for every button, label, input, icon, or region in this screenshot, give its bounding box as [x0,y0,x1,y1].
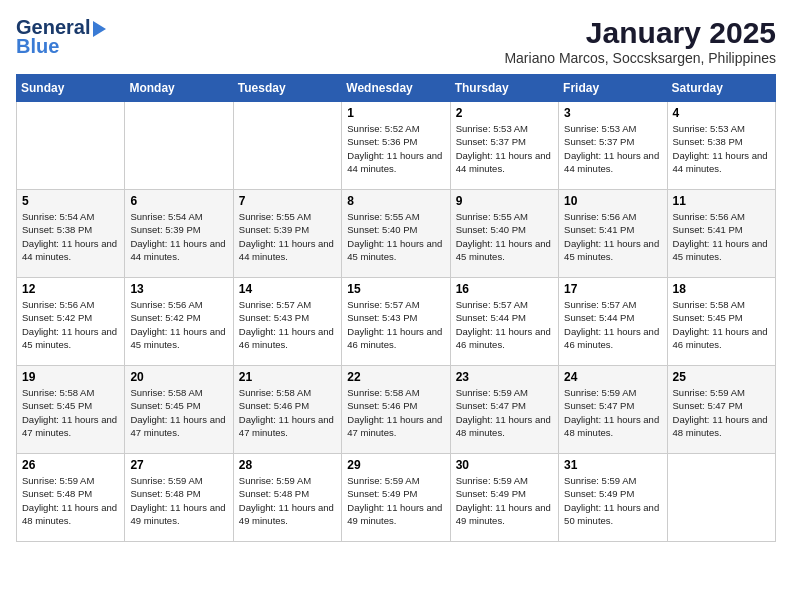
calendar-cell: 26Sunrise: 5:59 AMSunset: 5:48 PMDayligh… [17,454,125,542]
calendar-cell: 11Sunrise: 5:56 AMSunset: 5:41 PMDayligh… [667,190,775,278]
day-info: Sunrise: 5:59 AMSunset: 5:49 PMDaylight:… [456,474,553,527]
calendar-cell: 19Sunrise: 5:58 AMSunset: 5:45 PMDayligh… [17,366,125,454]
day-info: Sunrise: 5:58 AMSunset: 5:45 PMDaylight:… [130,386,227,439]
day-info: Sunrise: 5:56 AMSunset: 5:41 PMDaylight:… [673,210,770,263]
logo-arrow-icon [93,21,106,37]
day-number: 7 [239,194,336,208]
day-number: 31 [564,458,661,472]
calendar-cell: 4Sunrise: 5:53 AMSunset: 5:38 PMDaylight… [667,102,775,190]
day-info: Sunrise: 5:58 AMSunset: 5:46 PMDaylight:… [347,386,444,439]
calendar-cell: 13Sunrise: 5:56 AMSunset: 5:42 PMDayligh… [125,278,233,366]
day-number: 13 [130,282,227,296]
day-info: Sunrise: 5:54 AMSunset: 5:38 PMDaylight:… [22,210,119,263]
calendar-cell: 17Sunrise: 5:57 AMSunset: 5:44 PMDayligh… [559,278,667,366]
day-number: 4 [673,106,770,120]
calendar-cell: 5Sunrise: 5:54 AMSunset: 5:38 PMDaylight… [17,190,125,278]
calendar-cell: 18Sunrise: 5:58 AMSunset: 5:45 PMDayligh… [667,278,775,366]
day-number: 6 [130,194,227,208]
calendar-cell: 31Sunrise: 5:59 AMSunset: 5:49 PMDayligh… [559,454,667,542]
day-number: 8 [347,194,444,208]
day-number: 14 [239,282,336,296]
title-block: January 2025 Mariano Marcos, Soccsksarge… [504,16,776,66]
column-header-wednesday: Wednesday [342,75,450,102]
day-info: Sunrise: 5:58 AMSunset: 5:45 PMDaylight:… [673,298,770,351]
day-info: Sunrise: 5:59 AMSunset: 5:47 PMDaylight:… [564,386,661,439]
day-number: 29 [347,458,444,472]
day-info: Sunrise: 5:59 AMSunset: 5:47 PMDaylight:… [673,386,770,439]
day-number: 17 [564,282,661,296]
day-info: Sunrise: 5:57 AMSunset: 5:43 PMDaylight:… [239,298,336,351]
day-number: 20 [130,370,227,384]
day-info: Sunrise: 5:54 AMSunset: 5:39 PMDaylight:… [130,210,227,263]
calendar-cell [667,454,775,542]
day-info: Sunrise: 5:55 AMSunset: 5:40 PMDaylight:… [347,210,444,263]
calendar-cell [233,102,341,190]
day-number: 26 [22,458,119,472]
day-number: 15 [347,282,444,296]
calendar-cell: 6Sunrise: 5:54 AMSunset: 5:39 PMDaylight… [125,190,233,278]
calendar-cell: 22Sunrise: 5:58 AMSunset: 5:46 PMDayligh… [342,366,450,454]
day-info: Sunrise: 5:58 AMSunset: 5:46 PMDaylight:… [239,386,336,439]
day-info: Sunrise: 5:59 AMSunset: 5:49 PMDaylight:… [564,474,661,527]
calendar-cell: 25Sunrise: 5:59 AMSunset: 5:47 PMDayligh… [667,366,775,454]
calendar-cell: 30Sunrise: 5:59 AMSunset: 5:49 PMDayligh… [450,454,558,542]
day-info: Sunrise: 5:58 AMSunset: 5:45 PMDaylight:… [22,386,119,439]
column-header-friday: Friday [559,75,667,102]
calendar-table: SundayMondayTuesdayWednesdayThursdayFrid… [16,74,776,542]
calendar-cell: 7Sunrise: 5:55 AMSunset: 5:39 PMDaylight… [233,190,341,278]
day-info: Sunrise: 5:53 AMSunset: 5:37 PMDaylight:… [564,122,661,175]
day-info: Sunrise: 5:59 AMSunset: 5:48 PMDaylight:… [130,474,227,527]
day-number: 18 [673,282,770,296]
day-info: Sunrise: 5:53 AMSunset: 5:38 PMDaylight:… [673,122,770,175]
day-number: 27 [130,458,227,472]
column-header-tuesday: Tuesday [233,75,341,102]
calendar-cell [17,102,125,190]
day-info: Sunrise: 5:57 AMSunset: 5:43 PMDaylight:… [347,298,444,351]
calendar-week-row: 19Sunrise: 5:58 AMSunset: 5:45 PMDayligh… [17,366,776,454]
column-header-saturday: Saturday [667,75,775,102]
calendar-cell: 21Sunrise: 5:58 AMSunset: 5:46 PMDayligh… [233,366,341,454]
day-number: 10 [564,194,661,208]
day-number: 21 [239,370,336,384]
calendar-cell: 9Sunrise: 5:55 AMSunset: 5:40 PMDaylight… [450,190,558,278]
day-info: Sunrise: 5:56 AMSunset: 5:42 PMDaylight:… [130,298,227,351]
day-number: 25 [673,370,770,384]
day-number: 22 [347,370,444,384]
day-info: Sunrise: 5:56 AMSunset: 5:41 PMDaylight:… [564,210,661,263]
day-info: Sunrise: 5:59 AMSunset: 5:49 PMDaylight:… [347,474,444,527]
calendar-cell [125,102,233,190]
day-info: Sunrise: 5:59 AMSunset: 5:48 PMDaylight:… [239,474,336,527]
day-number: 24 [564,370,661,384]
calendar-cell: 1Sunrise: 5:52 AMSunset: 5:36 PMDaylight… [342,102,450,190]
calendar-week-row: 26Sunrise: 5:59 AMSunset: 5:48 PMDayligh… [17,454,776,542]
column-header-monday: Monday [125,75,233,102]
calendar-cell: 10Sunrise: 5:56 AMSunset: 5:41 PMDayligh… [559,190,667,278]
calendar-week-row: 12Sunrise: 5:56 AMSunset: 5:42 PMDayligh… [17,278,776,366]
page-subtitle: Mariano Marcos, Soccsksargen, Philippine… [504,50,776,66]
day-info: Sunrise: 5:55 AMSunset: 5:39 PMDaylight:… [239,210,336,263]
calendar-cell: 20Sunrise: 5:58 AMSunset: 5:45 PMDayligh… [125,366,233,454]
calendar-week-row: 5Sunrise: 5:54 AMSunset: 5:38 PMDaylight… [17,190,776,278]
page-title: January 2025 [504,16,776,50]
calendar-week-row: 1Sunrise: 5:52 AMSunset: 5:36 PMDaylight… [17,102,776,190]
calendar-cell: 3Sunrise: 5:53 AMSunset: 5:37 PMDaylight… [559,102,667,190]
calendar-cell: 16Sunrise: 5:57 AMSunset: 5:44 PMDayligh… [450,278,558,366]
calendar-cell: 14Sunrise: 5:57 AMSunset: 5:43 PMDayligh… [233,278,341,366]
calendar-cell: 8Sunrise: 5:55 AMSunset: 5:40 PMDaylight… [342,190,450,278]
day-info: Sunrise: 5:53 AMSunset: 5:37 PMDaylight:… [456,122,553,175]
day-number: 12 [22,282,119,296]
calendar-cell: 12Sunrise: 5:56 AMSunset: 5:42 PMDayligh… [17,278,125,366]
day-info: Sunrise: 5:57 AMSunset: 5:44 PMDaylight:… [564,298,661,351]
day-number: 9 [456,194,553,208]
day-number: 11 [673,194,770,208]
logo-text-blue: Blue [16,35,59,58]
logo: General Blue [16,16,106,58]
day-info: Sunrise: 5:56 AMSunset: 5:42 PMDaylight:… [22,298,119,351]
column-header-thursday: Thursday [450,75,558,102]
day-number: 28 [239,458,336,472]
day-number: 23 [456,370,553,384]
calendar-cell: 2Sunrise: 5:53 AMSunset: 5:37 PMDaylight… [450,102,558,190]
calendar-cell: 29Sunrise: 5:59 AMSunset: 5:49 PMDayligh… [342,454,450,542]
calendar-cell: 23Sunrise: 5:59 AMSunset: 5:47 PMDayligh… [450,366,558,454]
day-number: 1 [347,106,444,120]
